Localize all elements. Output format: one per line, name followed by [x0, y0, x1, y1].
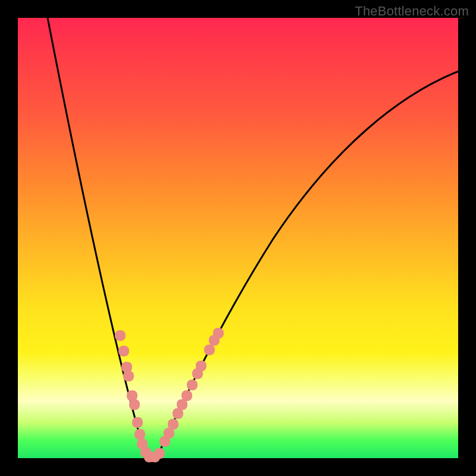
- data-marker: [181, 390, 192, 401]
- chart-frame: TheBottleneck.com: [0, 0, 476, 476]
- data-marker: [196, 361, 206, 371]
- data-marker: [213, 328, 224, 339]
- data-marker: [154, 448, 165, 459]
- watermark-text: TheBottleneck.com: [355, 4, 469, 19]
- data-marker: [134, 429, 145, 440]
- data-marker: [115, 330, 126, 341]
- chart-plot-area: [18, 18, 458, 458]
- chart-svg: [18, 18, 458, 458]
- data-marker: [168, 419, 178, 430]
- data-marker: [118, 346, 129, 356]
- right-branch-markers: [159, 328, 224, 447]
- data-marker: [187, 380, 198, 390]
- data-marker: [204, 345, 215, 355]
- data-marker: [129, 399, 140, 410]
- data-marker: [132, 417, 143, 428]
- left-branch-markers: [115, 330, 165, 462]
- data-marker: [123, 371, 134, 381]
- bottleneck-curve: [48, 18, 458, 457]
